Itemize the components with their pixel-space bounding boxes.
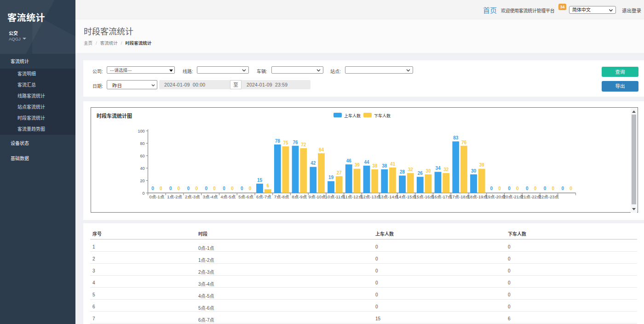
svg-text:22点-23点: 22点-23点 (539, 194, 559, 199)
svg-text:0: 0 (178, 186, 180, 191)
svg-text:75: 75 (283, 140, 288, 145)
svg-text:15点-16点: 15点-16点 (414, 194, 434, 199)
svg-text:6点-7点: 6点-7点 (256, 194, 271, 199)
svg-text:10点-11点: 10点-11点 (325, 194, 345, 199)
svg-text:28: 28 (400, 169, 405, 174)
svg-text:14点-15点: 14点-15点 (397, 194, 417, 199)
svg-text:78: 78 (275, 139, 281, 144)
svg-text:3点-4点: 3点-4点 (203, 194, 218, 199)
svg-text:0: 0 (490, 186, 493, 191)
svg-text:8点-9点: 8点-9点 (292, 194, 307, 199)
svg-text:46: 46 (346, 158, 352, 163)
svg-text:20点-21点: 20点-21点 (503, 194, 523, 199)
svg-text:12点-13点: 12点-13点 (361, 194, 381, 199)
svg-text:21点-22点: 21点-22点 (521, 194, 541, 199)
svg-text:15: 15 (257, 178, 263, 183)
svg-text:0: 0 (151, 186, 154, 191)
svg-text:11点-12点: 11点-12点 (343, 194, 363, 199)
svg-text:20: 20 (140, 179, 144, 183)
svg-text:0: 0 (561, 186, 564, 191)
svg-text:16点-17点: 16点-17点 (432, 194, 452, 199)
svg-text:7点-8点: 7点-8点 (274, 194, 289, 199)
svg-text:4点-5点: 4点-5点 (221, 194, 236, 199)
svg-text:0: 0 (241, 186, 243, 191)
svg-text:38: 38 (372, 163, 378, 168)
svg-text:76: 76 (461, 140, 467, 145)
svg-text:0: 0 (526, 186, 529, 191)
svg-text:0: 0 (142, 191, 144, 196)
svg-text:0: 0 (569, 186, 572, 191)
svg-text:44: 44 (364, 160, 369, 165)
svg-text:100: 100 (138, 129, 144, 133)
svg-text:0: 0 (552, 186, 554, 191)
svg-text:0: 0 (187, 186, 190, 191)
svg-text:83: 83 (453, 135, 459, 140)
svg-text:80: 80 (140, 141, 144, 146)
svg-text:1点-2点: 1点-2点 (167, 194, 182, 199)
svg-text:2点-3点: 2点-3点 (185, 194, 200, 199)
svg-text:18点-19点: 18点-19点 (468, 194, 488, 199)
svg-text:42: 42 (310, 161, 316, 166)
svg-text:0: 0 (508, 186, 511, 191)
svg-text:0: 0 (249, 186, 252, 191)
svg-text:34: 34 (435, 166, 441, 171)
svg-text:0: 0 (160, 186, 162, 191)
svg-text:5点-6点: 5点-6点 (238, 194, 253, 199)
svg-text:0: 0 (169, 186, 172, 191)
svg-text:9点-10点: 9点-10点 (309, 194, 327, 199)
svg-text:39: 39 (479, 162, 485, 168)
svg-text:19: 19 (328, 175, 334, 180)
svg-text:60: 60 (140, 154, 144, 158)
svg-text:6: 6 (266, 183, 269, 188)
svg-text:27: 27 (337, 170, 342, 175)
svg-text:0点-1点: 0点-1点 (150, 194, 165, 199)
svg-text:0: 0 (213, 186, 216, 191)
svg-text:72: 72 (301, 142, 306, 147)
svg-text:0: 0 (534, 186, 537, 191)
svg-text:0: 0 (231, 186, 234, 191)
svg-text:0: 0 (516, 186, 519, 191)
svg-text:0: 0 (498, 186, 501, 191)
svg-text:0: 0 (195, 186, 198, 191)
svg-text:76: 76 (293, 140, 298, 145)
svg-text:0: 0 (544, 186, 546, 191)
svg-text:13点-14点: 13点-14点 (379, 194, 399, 199)
svg-text:30: 30 (471, 168, 477, 174)
svg-text:41: 41 (390, 162, 396, 167)
svg-text:32: 32 (408, 167, 414, 172)
svg-text:32: 32 (443, 167, 449, 172)
svg-text:40: 40 (140, 166, 144, 171)
svg-text:38: 38 (382, 163, 387, 168)
svg-text:26: 26 (418, 171, 423, 176)
svg-text:64: 64 (319, 147, 324, 152)
svg-text:39: 39 (354, 162, 360, 168)
svg-text:0: 0 (205, 186, 207, 191)
svg-text:17点-18点: 17点-18点 (450, 194, 470, 199)
svg-text:0: 0 (223, 186, 225, 191)
svg-text:30: 30 (426, 168, 431, 174)
svg-text:19点-20点: 19点-20点 (485, 194, 506, 199)
